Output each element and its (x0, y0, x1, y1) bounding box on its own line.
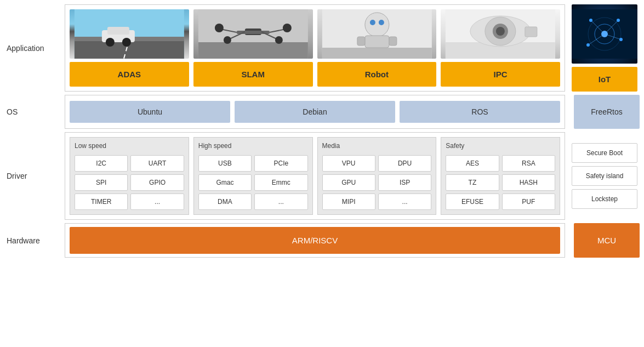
hardware-main: ARM/RISCV (65, 223, 565, 258)
driver-item-spi: SPI (75, 174, 128, 191)
safety-island-box: Safety island (572, 166, 637, 186)
driver-item-media-more: ... (378, 194, 431, 210)
adas-box: ADAS (70, 62, 189, 87)
high-speed-title: High speed (198, 142, 308, 150)
driver-item-high-more: ... (254, 194, 307, 210)
svg-point-7 (122, 38, 131, 47)
driver-item-vpu: VPU (322, 155, 375, 172)
lockstep-box: Lockstep (572, 189, 637, 209)
slam-image (193, 9, 313, 59)
os-label: OS (4, 95, 65, 129)
arm-riscv-box: ARM/RISCV (70, 227, 560, 254)
freertos-box: FreeRtos (574, 95, 640, 129)
svg-point-19 (275, 36, 283, 44)
svg-rect-26 (357, 37, 364, 45)
ubuntu-box: Ubuntu (70, 101, 230, 123)
svg-rect-9 (198, 42, 308, 59)
svg-point-13 (215, 24, 224, 32)
driver-item-rsa: RSA (502, 155, 555, 172)
driver-item-emmc: Emmc (254, 174, 307, 191)
driver-item-puf: PUF (502, 194, 555, 210)
svg-point-23 (369, 20, 375, 25)
svg-point-45 (619, 38, 623, 41)
svg-point-44 (617, 19, 620, 22)
slam-box: SLAM (193, 62, 313, 87)
svg-rect-34 (525, 27, 537, 37)
driver-main: Low speed I2C UART SPI GPIO TIMER ... Hi… (65, 132, 565, 220)
app-labels-row: ADAS SLAM Robot IPC (70, 62, 560, 87)
robot-box: Robot (317, 62, 437, 87)
adas-image (70, 9, 189, 59)
media-grid: VPU DPU GPU ISP MIPI ... (322, 155, 432, 210)
hardware-right-section: MCU (569, 223, 640, 258)
driver-item-low-more: ... (130, 194, 184, 210)
debian-box: Debian (235, 101, 395, 123)
hardware-row: Hardware ARM/RISCV MCU (4, 223, 640, 258)
app-images-row (70, 9, 560, 59)
driver-item-pcie: PCIe (254, 155, 307, 172)
driver-item-timer: TIMER (75, 194, 128, 210)
low-speed-title: Low speed (75, 142, 184, 150)
driver-item-mipi: MIPI (322, 194, 375, 210)
driver-item-i2c: I2C (75, 155, 128, 172)
svg-point-15 (283, 24, 292, 32)
svg-point-24 (378, 20, 384, 25)
driver-label: Driver (4, 132, 65, 220)
svg-point-33 (496, 27, 505, 36)
ros-box: ROS (400, 101, 560, 123)
ipc-box: IPC (441, 62, 560, 87)
iot-image (572, 4, 637, 64)
svg-rect-5 (107, 27, 129, 35)
driver-item-uart: UART (130, 155, 184, 172)
application-row: Application (4, 4, 640, 92)
safety-grid: AES RSA TZ HASH EFUSE PUF (446, 155, 555, 210)
application-label: Application (4, 4, 65, 92)
svg-point-17 (224, 36, 231, 44)
mcu-box: MCU (574, 223, 640, 258)
svg-rect-21 (322, 48, 431, 59)
svg-point-6 (106, 38, 115, 47)
driver-item-aes: AES (446, 155, 499, 172)
safety-title: Safety (446, 142, 555, 150)
svg-point-46 (586, 43, 590, 47)
media-group: Media VPU DPU GPU ISP MIPI ... (317, 137, 437, 215)
low-speed-group: Low speed I2C UART SPI GPIO TIMER ... (70, 137, 189, 215)
driver-item-gpio: GPIO (130, 174, 184, 191)
driver-row: Driver Low speed I2C UART SPI GPIO TIMER… (4, 132, 640, 220)
driver-item-hash: HASH (502, 174, 555, 191)
driver-item-gmac: Gmac (198, 174, 252, 191)
svg-rect-27 (389, 37, 396, 45)
driver-item-dpu: DPU (378, 155, 431, 172)
main-container: Application (0, 0, 644, 262)
os-right-section: FreeRtos (569, 95, 640, 129)
os-row: OS Ubuntu Debian ROS FreeRtos (4, 95, 640, 129)
high-speed-group: High speed USB PCIe Gmac Emmc DMA ... (193, 137, 313, 215)
driver-item-efuse: EFUSE (446, 194, 499, 210)
low-speed-grid: I2C UART SPI GPIO TIMER ... (75, 155, 184, 210)
ipc-image (441, 9, 560, 59)
driver-item-usb: USB (198, 155, 252, 172)
driver-item-isp: ISP (378, 174, 431, 191)
svg-point-43 (589, 19, 592, 22)
secure-boot-box: Secure Boot (572, 143, 637, 163)
media-title: Media (322, 142, 432, 150)
driver-item-gpu: GPU (322, 174, 375, 191)
safety-group: Safety AES RSA TZ HASH EFUSE PUF (441, 137, 560, 215)
hardware-label: Hardware (4, 223, 65, 258)
high-speed-grid: USB PCIe Gmac Emmc DMA ... (198, 155, 308, 210)
driver-right-section: Secure Boot Safety island Lockstep (569, 132, 640, 220)
driver-item-tz: TZ (446, 174, 499, 191)
svg-point-22 (364, 13, 389, 37)
iot-box: IoT (572, 67, 637, 92)
app-right-section: IoT (569, 4, 640, 92)
svg-rect-25 (364, 36, 389, 48)
application-main: ADAS SLAM Robot IPC (65, 4, 565, 92)
driver-item-dma: DMA (198, 194, 252, 210)
robot-image (317, 9, 437, 59)
os-main: Ubuntu Debian ROS (65, 95, 565, 129)
